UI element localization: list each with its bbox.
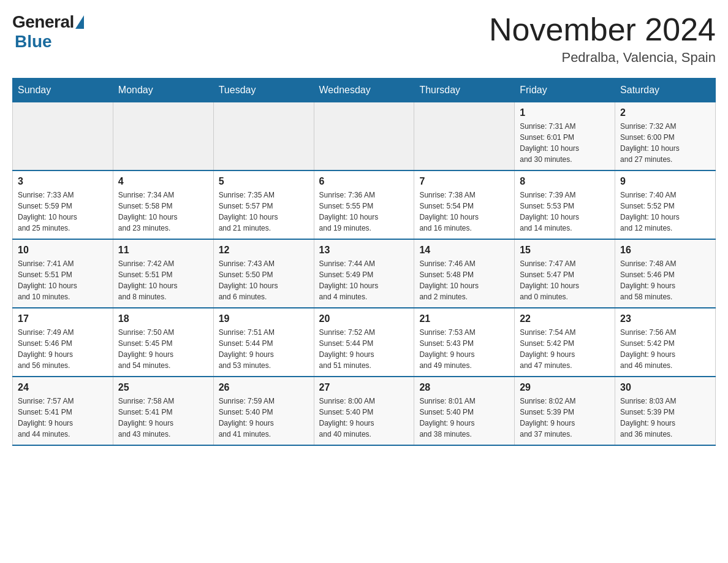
day-info: Sunrise: 7:44 AM Sunset: 5:49 PM Dayligh… [319,258,409,302]
day-info: Sunrise: 7:56 AM Sunset: 5:42 PM Dayligh… [620,327,710,371]
day-info: Sunrise: 7:39 AM Sunset: 5:53 PM Dayligh… [520,190,610,234]
day-number: 8 [520,176,610,187]
calendar-cell: 3Sunrise: 7:33 AM Sunset: 5:59 PM Daylig… [13,170,113,239]
day-number: 20 [319,313,409,324]
month-title: November 2024 [489,12,716,47]
day-number: 29 [520,382,610,393]
day-info: Sunrise: 7:42 AM Sunset: 5:51 PM Dayligh… [118,258,208,302]
day-number: 3 [18,176,108,187]
calendar-cell: 18Sunrise: 7:50 AM Sunset: 5:45 PM Dayli… [113,308,213,377]
calendar-cell: 2Sunrise: 7:32 AM Sunset: 6:00 PM Daylig… [615,102,716,171]
weekday-header-thursday: Thursday [414,79,515,102]
calendar-cell: 26Sunrise: 7:59 AM Sunset: 5:40 PM Dayli… [213,377,314,445]
weekday-header-tuesday: Tuesday [213,79,314,102]
calendar-cell [414,102,515,171]
day-info: Sunrise: 7:48 AM Sunset: 5:46 PM Dayligh… [620,258,710,302]
calendar-cell: 29Sunrise: 8:02 AM Sunset: 5:39 PM Dayli… [515,377,615,445]
calendar-cell: 16Sunrise: 7:48 AM Sunset: 5:46 PM Dayli… [615,239,716,308]
day-number: 24 [18,382,108,393]
calendar-cell: 27Sunrise: 8:00 AM Sunset: 5:40 PM Dayli… [314,377,414,445]
calendar-cell: 22Sunrise: 7:54 AM Sunset: 5:42 PM Dayli… [515,308,615,377]
calendar-week-row: 10Sunrise: 7:41 AM Sunset: 5:51 PM Dayli… [13,239,716,308]
day-info: Sunrise: 7:31 AM Sunset: 6:01 PM Dayligh… [520,121,610,165]
day-info: Sunrise: 8:01 AM Sunset: 5:40 PM Dayligh… [419,396,509,440]
day-number: 11 [118,245,208,256]
day-info: Sunrise: 8:03 AM Sunset: 5:39 PM Dayligh… [620,396,710,440]
day-number: 16 [620,245,710,256]
calendar-cell: 17Sunrise: 7:49 AM Sunset: 5:46 PM Dayli… [13,308,113,377]
calendar-cell [213,102,314,171]
calendar-cell: 15Sunrise: 7:47 AM Sunset: 5:47 PM Dayli… [515,239,615,308]
calendar-cell: 6Sunrise: 7:36 AM Sunset: 5:55 PM Daylig… [314,170,414,239]
day-info: Sunrise: 8:00 AM Sunset: 5:40 PM Dayligh… [319,396,409,440]
day-info: Sunrise: 7:41 AM Sunset: 5:51 PM Dayligh… [18,258,108,302]
day-number: 18 [118,313,208,324]
day-number: 6 [319,176,409,187]
day-number: 4 [118,176,208,187]
day-number: 28 [419,382,509,393]
calendar-week-row: 24Sunrise: 7:57 AM Sunset: 5:41 PM Dayli… [13,377,716,445]
calendar-cell: 7Sunrise: 7:38 AM Sunset: 5:54 PM Daylig… [414,170,515,239]
calendar-cell: 9Sunrise: 7:40 AM Sunset: 5:52 PM Daylig… [615,170,716,239]
day-info: Sunrise: 7:52 AM Sunset: 5:44 PM Dayligh… [319,327,409,371]
day-info: Sunrise: 7:33 AM Sunset: 5:59 PM Dayligh… [18,190,108,234]
day-info: Sunrise: 7:34 AM Sunset: 5:58 PM Dayligh… [118,190,208,234]
day-info: Sunrise: 7:49 AM Sunset: 5:46 PM Dayligh… [18,327,108,371]
calendar-cell [13,102,113,171]
logo-blue-text: Blue [15,32,52,52]
day-number: 12 [219,245,309,256]
logo-general-text: General [12,12,74,32]
day-number: 27 [319,382,409,393]
title-section: November 2024 Pedralba, Valencia, Spain [489,12,716,66]
weekday-header-saturday: Saturday [615,79,716,102]
calendar-cell [113,102,213,171]
logo: General Blue [12,12,84,52]
day-number: 26 [219,382,309,393]
day-number: 13 [319,245,409,256]
weekday-header-row: SundayMondayTuesdayWednesdayThursdayFrid… [13,79,716,102]
day-info: Sunrise: 7:35 AM Sunset: 5:57 PM Dayligh… [219,190,309,234]
calendar-cell [314,102,414,171]
weekday-header-friday: Friday [515,79,615,102]
day-number: 15 [520,245,610,256]
calendar-cell: 20Sunrise: 7:52 AM Sunset: 5:44 PM Dayli… [314,308,414,377]
day-info: Sunrise: 7:54 AM Sunset: 5:42 PM Dayligh… [520,327,610,371]
calendar-cell: 11Sunrise: 7:42 AM Sunset: 5:51 PM Dayli… [113,239,213,308]
page-header: General Blue November 2024 Pedralba, Val… [12,12,716,66]
calendar-cell: 13Sunrise: 7:44 AM Sunset: 5:49 PM Dayli… [314,239,414,308]
day-number: 22 [520,313,610,324]
day-info: Sunrise: 8:02 AM Sunset: 5:39 PM Dayligh… [520,396,610,440]
weekday-header-sunday: Sunday [13,79,113,102]
calendar-cell: 21Sunrise: 7:53 AM Sunset: 5:43 PM Dayli… [414,308,515,377]
day-number: 14 [419,245,509,256]
calendar-cell: 23Sunrise: 7:56 AM Sunset: 5:42 PM Dayli… [615,308,716,377]
day-info: Sunrise: 7:57 AM Sunset: 5:41 PM Dayligh… [18,396,108,440]
calendar-cell: 12Sunrise: 7:43 AM Sunset: 5:50 PM Dayli… [213,239,314,308]
day-info: Sunrise: 7:38 AM Sunset: 5:54 PM Dayligh… [419,190,509,234]
location-text: Pedralba, Valencia, Spain [489,50,716,66]
day-number: 17 [18,313,108,324]
day-number: 9 [620,176,710,187]
day-number: 7 [419,176,509,187]
calendar-cell: 8Sunrise: 7:39 AM Sunset: 5:53 PM Daylig… [515,170,615,239]
weekday-header-monday: Monday [113,79,213,102]
calendar-cell: 25Sunrise: 7:58 AM Sunset: 5:41 PM Dayli… [113,377,213,445]
day-info: Sunrise: 7:50 AM Sunset: 5:45 PM Dayligh… [118,327,208,371]
day-info: Sunrise: 7:43 AM Sunset: 5:50 PM Dayligh… [219,258,309,302]
day-number: 2 [620,107,710,118]
day-info: Sunrise: 7:32 AM Sunset: 6:00 PM Dayligh… [620,121,710,165]
day-info: Sunrise: 7:36 AM Sunset: 5:55 PM Dayligh… [319,190,409,234]
day-number: 21 [419,313,509,324]
day-number: 30 [620,382,710,393]
calendar-cell: 5Sunrise: 7:35 AM Sunset: 5:57 PM Daylig… [213,170,314,239]
day-info: Sunrise: 7:46 AM Sunset: 5:48 PM Dayligh… [419,258,509,302]
calendar-cell: 30Sunrise: 8:03 AM Sunset: 5:39 PM Dayli… [615,377,716,445]
calendar-week-row: 3Sunrise: 7:33 AM Sunset: 5:59 PM Daylig… [13,170,716,239]
day-info: Sunrise: 7:51 AM Sunset: 5:44 PM Dayligh… [219,327,309,371]
calendar-cell: 14Sunrise: 7:46 AM Sunset: 5:48 PM Dayli… [414,239,515,308]
day-info: Sunrise: 7:40 AM Sunset: 5:52 PM Dayligh… [620,190,710,234]
day-info: Sunrise: 7:59 AM Sunset: 5:40 PM Dayligh… [219,396,309,440]
day-number: 5 [219,176,309,187]
day-number: 19 [219,313,309,324]
calendar-cell: 24Sunrise: 7:57 AM Sunset: 5:41 PM Dayli… [13,377,113,445]
